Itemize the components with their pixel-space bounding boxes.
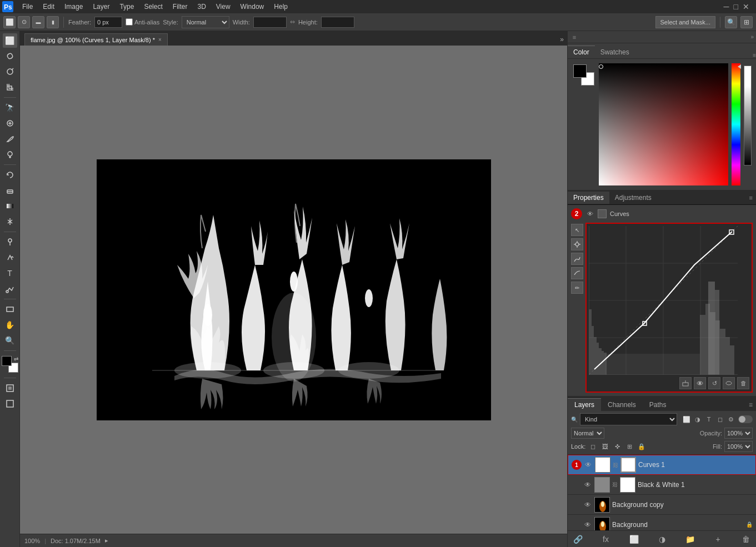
layers-panel-collapse[interactable]: ≡ [745, 399, 756, 411]
gradient-tool[interactable] [3, 199, 17, 213]
curves-on-image-tool[interactable] [571, 238, 583, 250]
height-input[interactable] [321, 17, 354, 28]
channels-tab[interactable]: Channels [601, 399, 643, 411]
search-icon[interactable]: 🔍 [725, 16, 737, 28]
properties-options-icon[interactable]: ≡ [746, 193, 756, 202]
layer-mask-bw1[interactable] [620, 477, 635, 493]
color-panel-options[interactable]: ≡ [753, 52, 756, 58]
new-layer-icon[interactable]: + [713, 534, 724, 545]
ellipse-select-tool-btn[interactable]: ⊙ [18, 16, 30, 28]
lock-artboard-btn[interactable]: ⊞ [624, 441, 634, 451]
curves-undo-btn[interactable]: ↺ [708, 377, 720, 389]
curves-visibility-icon[interactable]: 👁 [585, 209, 594, 218]
menu-type[interactable]: Type [115, 2, 138, 12]
close-button[interactable]: ✕ [743, 2, 749, 11]
curves-input-level-icon[interactable] [679, 377, 692, 389]
curves-smooth-tool[interactable] [571, 267, 583, 279]
blend-mode-select[interactable]: Normal Multiply Screen Overlay [571, 428, 604, 439]
filter-toggle[interactable] [738, 415, 753, 423]
text-tool[interactable]: T [3, 266, 17, 280]
foreground-color-swatch[interactable] [2, 356, 12, 366]
type-layer-filter[interactable]: T [704, 414, 714, 424]
menu-image[interactable]: Image [60, 2, 87, 12]
menu-select[interactable]: Select [139, 2, 167, 12]
shape-layer-filter[interactable]: ◻ [715, 414, 725, 424]
layer-eye-bw1[interactable]: 👁 [583, 480, 592, 489]
lock-image-btn[interactable]: 🖼 [600, 441, 610, 451]
select-and-mask-button[interactable]: Select and Mask... [655, 16, 716, 28]
fill-select[interactable]: 100% [724, 441, 753, 452]
minimize-button[interactable]: ─ [724, 2, 729, 11]
lock-all-btn[interactable]: 🔒 [637, 441, 647, 451]
hand-tool[interactable]: ✋ [3, 318, 17, 332]
add-mask-icon[interactable]: ⬜ [628, 534, 639, 545]
opacity-select[interactable]: 100% [724, 428, 753, 439]
add-link-icon[interactable]: 🔗 [572, 534, 583, 545]
arrange-windows-icon[interactable]: ⊞ [740, 16, 753, 28]
width-height-swap-icon[interactable]: ⇔ [290, 18, 295, 26]
lasso-tool[interactable] [3, 49, 17, 63]
menu-view[interactable]: View [212, 2, 235, 12]
menu-layer[interactable]: Layer [88, 2, 114, 12]
color-gradient-field[interactable] [599, 63, 728, 185]
lock-transparent-btn[interactable]: ◻ [588, 441, 598, 451]
delete-layer-icon[interactable]: 🗑 [740, 534, 752, 545]
layer-item-bg[interactable]: 👁 Background 🔒 [568, 515, 756, 530]
clone-stamp-tool[interactable] [3, 147, 17, 162]
curves-freehand-tool[interactable] [571, 253, 583, 265]
pen-tool[interactable] [3, 250, 17, 265]
layer-item-bg-copy[interactable]: 👁 Background copy [568, 495, 756, 515]
width-input[interactable] [253, 17, 287, 28]
lock-position-btn[interactable]: ✜ [612, 441, 622, 451]
blur-tool[interactable] [3, 214, 17, 229]
restore-button[interactable]: □ [734, 2, 738, 11]
quick-selection-tool[interactable] [3, 64, 17, 79]
single-row-tool-btn[interactable]: ▬ [32, 16, 44, 28]
zoom-tool[interactable]: 🔍 [3, 333, 17, 348]
quick-mask-mode-icon[interactable] [3, 381, 17, 395]
menu-3d[interactable]: 3D [193, 2, 210, 12]
curves-visibility-toggle[interactable] [694, 377, 706, 389]
foreground-color-well[interactable] [573, 64, 587, 78]
status-arrow[interactable]: ▸ [105, 537, 108, 544]
curves-pencil-tool[interactable]: ✏ [571, 282, 583, 294]
crop-tool[interactable] [3, 80, 17, 94]
single-col-tool-btn[interactable]: ▮ [47, 16, 59, 28]
layer-item-bw1[interactable]: 👁 ⛓ Black & White 1 [568, 475, 756, 495]
dodge-tool[interactable] [3, 235, 17, 249]
paths-tab[interactable]: Paths [643, 399, 673, 411]
panel-collapse-btn[interactable]: » [750, 34, 754, 40]
fx-icon[interactable]: fx [600, 534, 612, 545]
eraser-tool[interactable] [3, 183, 17, 198]
menu-file[interactable]: File [18, 2, 37, 12]
swap-colors-icon[interactable]: ⇄ [14, 356, 18, 362]
rect-select-tool-btn[interactable]: ⬜ [3, 16, 16, 28]
swatches-tab[interactable]: Swatches [595, 46, 635, 58]
layers-kind-filter[interactable]: Kind Name Effect [580, 413, 677, 425]
adjustment-layer-filter[interactable]: ◑ [693, 414, 703, 424]
layer-eye-curves1[interactable]: 👁 [584, 460, 593, 469]
rectangle-shape-tool[interactable] [3, 302, 17, 317]
brush-tool[interactable] [3, 132, 17, 146]
tab-close-button[interactable]: × [158, 37, 162, 43]
color-spectrum-bar[interactable] [732, 63, 740, 185]
curves-delete-btn[interactable]: 🗑 [737, 377, 749, 389]
rectangular-marquee-tool[interactable]: ⬜ [3, 33, 17, 48]
anti-alias-checkbox[interactable] [126, 18, 133, 26]
smart-layer-filter[interactable]: ⚙ [726, 414, 736, 424]
fg-bg-color-switcher[interactable]: ⇄ [2, 356, 18, 373]
brightness-bar[interactable] [744, 66, 752, 165]
curves-pointer-tool[interactable]: ↖ [571, 224, 583, 236]
curves-mask-icon[interactable] [598, 209, 607, 218]
healing-brush-tool[interactable] [3, 116, 17, 131]
color-tab[interactable]: Color [568, 46, 595, 58]
menu-filter[interactable]: Filter [168, 2, 192, 12]
style-select[interactable]: Normal Fixed Ratio Fixed Size [182, 16, 229, 28]
adjustments-tab[interactable]: Adjustments [609, 192, 657, 204]
layer-item-curves1[interactable]: 1 👁 ⛓ Curves 1 [568, 455, 756, 475]
pixel-layer-filter[interactable]: ⬜ [682, 414, 692, 424]
eyedropper-tool[interactable]: 🔭 [3, 101, 17, 115]
layer-mask-curves1[interactable] [620, 457, 636, 473]
document-tab[interactable]: flame.jpg @ 100% (Curves 1, Layer Mask/8… [24, 33, 168, 46]
layer-eye-bg[interactable]: 👁 [583, 520, 592, 529]
